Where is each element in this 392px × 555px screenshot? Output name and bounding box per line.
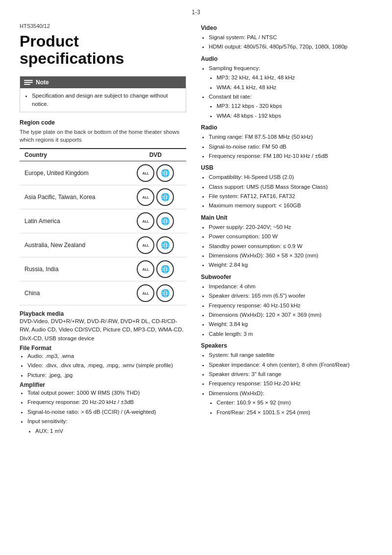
dvd-icon-all: ALL <box>137 188 154 206</box>
usb-list: Compatibility: Hi-Speed USB (2.0) Class … <box>201 173 372 210</box>
amplifier-heading: Amplifier <box>20 381 186 388</box>
note-body: Specification and design are subject to … <box>20 88 186 111</box>
list-item: Audio: .mp3, .wma <box>27 352 186 360</box>
table-row: Europe, United Kingdom ALL 🌐 <box>20 161 186 185</box>
all-label: ALL <box>143 292 149 295</box>
page-title: Product specifications <box>20 33 186 67</box>
dvd-icon-globe: 🌐 <box>156 260 174 278</box>
video-heading: Video <box>201 25 372 31</box>
region-code-description: The type plate on the back or bottom of … <box>20 128 186 144</box>
country-cell: Europe, United Kingdom <box>20 161 125 185</box>
right-column: Video Signal system: PAL / NTSC HDMI out… <box>201 21 372 437</box>
list-item: Front/Rear: 254 × 1001.5 × 254 (mm) <box>217 408 372 417</box>
globe-symbol: 🌐 <box>161 169 170 177</box>
dvd-icons-cell: ALL 🌐 <box>125 185 186 209</box>
table-row: Latin America ALL 🌐 <box>20 209 186 233</box>
list-item: WMA: 48 kbps - 192 kbps <box>217 111 372 120</box>
dvd-icon-globe: 🌐 <box>156 164 174 182</box>
list-item: Sampling frequency: MP3: 32 kHz, 44.1 kH… <box>209 64 372 92</box>
table-row: Russia, India ALL 🌐 <box>20 257 186 281</box>
list-item: Class support: UMS (USB Mass Storage Cla… <box>209 182 372 191</box>
list-item: Picture: .jpeg, .jpg <box>27 371 186 379</box>
playback-text: DVD-Video, DVD+R/+RW, DVD-R/-RW, DVD+R D… <box>20 317 186 343</box>
list-item: System: full range satellite <box>209 351 372 359</box>
list-item: Input sensitivity: AUX: 1 mV <box>27 417 186 435</box>
main-unit-heading: Main Unit <box>201 214 372 221</box>
list-item: File system: FAT12, FAT16, FAT32 <box>209 192 372 201</box>
list-item: Speaker drivers: 165 mm (6.5") woofer <box>209 291 372 300</box>
note-header: Note <box>20 76 186 88</box>
list-item: Total output power: 1000 W RMS (30% THD) <box>27 388 186 397</box>
dvd-icons: ALL 🌐 <box>137 236 174 254</box>
speakers-heading: Speakers <box>201 342 372 349</box>
all-label: ALL <box>143 220 149 223</box>
speakers-dim-sub: Center: 160.9 × 95 × 92 (mm) Front/Rear:… <box>209 398 372 417</box>
dvd-icon-all: ALL <box>137 164 154 182</box>
list-item: Center: 160.9 × 95 × 92 (mm) <box>217 398 372 407</box>
file-format-list: Audio: .mp3, .wma Video: .divx, .divx ul… <box>20 352 186 379</box>
list-item: Power supply: 220-240V; ~50 Hz <box>209 223 372 231</box>
globe-symbol: 🌐 <box>161 193 170 202</box>
list-item: Compatibility: Hi-Speed USB (2.0) <box>209 173 372 181</box>
note-icon <box>24 78 33 86</box>
dvd-icon-all: ALL <box>137 284 154 302</box>
dvd-icons: ALL 🌐 <box>137 164 174 182</box>
audio-list: Sampling frequency: MP3: 32 kHz, 44.1 kH… <box>201 64 372 120</box>
country-cell: Russia, India <box>20 257 125 281</box>
audio-heading: Audio <box>201 55 372 62</box>
dvd-icon-globe: 🌐 <box>156 236 174 254</box>
list-item: Power consumption: 100 W <box>209 232 372 241</box>
list-item: Standby power consumption: ≤ 0.9 W <box>209 242 372 251</box>
audio-sampling-sub: MP3: 32 kHz, 44.1 kHz, 48 kHz WMA: 44.1 … <box>209 73 372 92</box>
region-code-heading: Region code <box>20 119 186 126</box>
main-unit-list: Power supply: 220-240V; ~50 Hz Power con… <box>201 223 372 270</box>
all-label: ALL <box>143 196 149 199</box>
list-item: Frequency response: 150 Hz-20 kHz <box>209 379 372 388</box>
all-label: ALL <box>143 244 149 247</box>
model-number: HTS3540/12 <box>20 23 186 29</box>
dvd-icons: ALL 🌐 <box>137 260 174 278</box>
list-item: WMA: 44.1 kHz, 48 kHz <box>217 83 372 92</box>
note-text: Specification and design are subject to … <box>32 92 181 108</box>
list-item: Dimensions (WxHxD): 120 × 307 × 369 (mm) <box>209 310 372 319</box>
list-item: MP3: 112 kbps - 320 kbps <box>217 101 372 110</box>
globe-symbol: 🌐 <box>161 289 170 298</box>
list-item: Frequency response: 40 Hz-150 kHz <box>209 301 372 310</box>
list-item: MP3: 32 kHz, 44.1 kHz, 48 kHz <box>217 73 372 82</box>
dvd-icons-cell: ALL 🌐 <box>125 209 186 233</box>
all-label: ALL <box>143 268 149 271</box>
country-cell: Latin America <box>20 209 125 233</box>
dvd-icon-all: ALL <box>137 236 154 254</box>
note-box: Note Specification and design are subjec… <box>20 76 186 112</box>
list-item: AUX: 1 mV <box>35 427 186 435</box>
playback-heading: Playback media <box>20 310 186 317</box>
file-format-heading: File Format <box>20 345 186 352</box>
page-number: 1-3 <box>0 0 392 21</box>
table-col-country: Country <box>20 149 125 161</box>
subwoofer-heading: Subwoofer <box>201 274 372 280</box>
dvd-icons: ALL 🌐 <box>137 188 174 206</box>
country-cell: China <box>20 281 125 305</box>
amplifier-sub-list: AUX: 1 mV <box>27 427 186 435</box>
country-cell: Australia, New Zealand <box>20 233 125 257</box>
list-item: Signal system: PAL / NTSC <box>209 33 372 42</box>
amplifier-list: Total output power: 1000 W RMS (30% THD)… <box>20 388 186 435</box>
list-item: Tuning range: FM 87.5-108 MHz (50 kHz) <box>209 132 372 141</box>
dvd-icon-globe: 🌐 <box>156 188 174 206</box>
list-item: Frequency response: FM 180 Hz-10 kHz / ±… <box>209 151 372 160</box>
list-item: Speaker drivers: 3'' full range <box>209 370 372 378</box>
dvd-icons-cell: ALL 🌐 <box>125 233 186 257</box>
note-header-label: Note <box>36 79 49 86</box>
table-row: Asia Pacific, Taiwan, Korea ALL 🌐 <box>20 185 186 209</box>
list-item: Cable length: 3 m <box>209 329 372 338</box>
video-list: Signal system: PAL / NTSC HDMI output: 4… <box>201 33 372 51</box>
dvd-icons-cell: ALL 🌐 <box>125 161 186 185</box>
usb-heading: USB <box>201 164 372 171</box>
list-item: Speaker impedance: 4 ohm (center), 8 ohm… <box>209 360 372 369</box>
list-item: Signal-to-noise ratio: FM 50 dB <box>209 142 372 151</box>
dvd-icon-all: ALL <box>137 212 154 230</box>
playback-section: Playback media DVD-Video, DVD+R/+RW, DVD… <box>20 310 186 435</box>
country-cell: Asia Pacific, Taiwan, Korea <box>20 185 125 209</box>
list-item: HDMI output: 480i/576i, 480p/576p, 720p,… <box>209 42 372 51</box>
list-item: Dimensions (WxHxD): 360 × 58 × 320 (mm) <box>209 251 372 260</box>
